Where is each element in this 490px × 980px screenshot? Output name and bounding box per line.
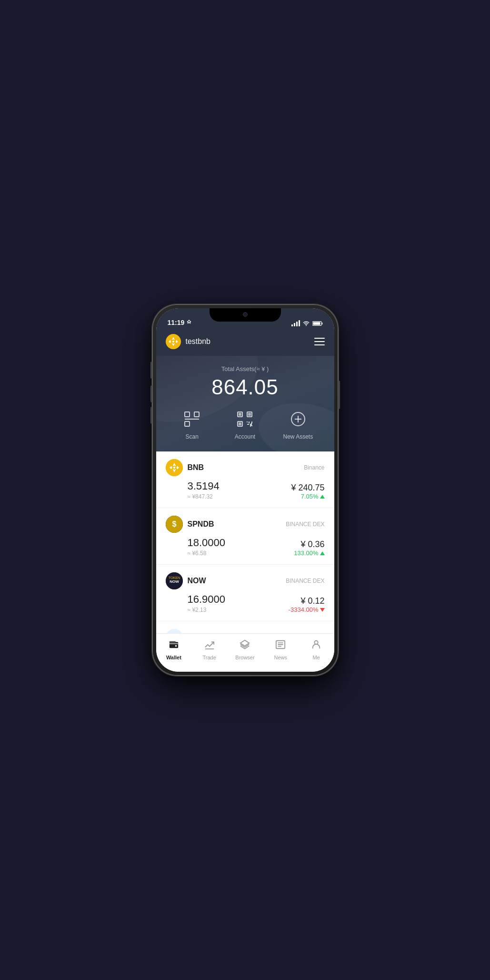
me-label: Me	[312, 655, 320, 660]
add-circle-icon-svg	[290, 411, 307, 428]
asset-source-now: BINANCE DEX	[286, 578, 324, 584]
asset-source-spndb: BINANCE DEX	[286, 521, 324, 528]
asset-name-row-now: NOW TOKEN NOW	[166, 572, 206, 589]
header-left: testbnb	[166, 334, 210, 349]
nav-item-trade[interactable]: Trade	[191, 637, 227, 662]
total-amount: 864.05	[166, 375, 325, 399]
battery-icon	[312, 321, 323, 326]
hero-section: Total Assets(≈ ¥ ) 864.05	[156, 356, 334, 451]
svg-point-28	[291, 412, 305, 426]
asset-item-spndb[interactable]: $ SPNDB BINANCE DEX 18.0000 ≈ ¥6.58	[156, 508, 334, 565]
app-header: testbnb	[156, 329, 334, 356]
asset-amount-spndb: 18.0000	[188, 537, 226, 549]
wallet-icon	[169, 639, 179, 653]
scan-icon-svg	[183, 411, 200, 428]
screen: 11:19	[156, 308, 334, 672]
nav-item-me[interactable]: Me	[299, 637, 334, 662]
asset-change-bnb: 7.05%	[291, 493, 324, 500]
time-display: 11:19	[168, 319, 185, 326]
asset-icon-spndb: $	[166, 516, 183, 533]
asset-item-mith[interactable]: MITH BINANCE DEX 22.8900 ≈ ¥8.02 ¥ 0.35 …	[156, 621, 334, 633]
asset-icon-bnb	[166, 459, 183, 476]
asset-amount-now: 16.9000	[188, 593, 226, 606]
asset-name-bnb: BNB	[188, 463, 204, 472]
scan-action[interactable]: Scan	[166, 409, 219, 440]
asset-price-now: ¥ 0.12	[289, 596, 325, 606]
total-label: Total Assets(≈ ¥ )	[166, 365, 325, 372]
svg-point-45	[175, 645, 177, 647]
asset-amounts-now: 16.9000 ≈ ¥2.13	[188, 593, 226, 613]
browser-label: Browser	[235, 655, 254, 660]
location-icon	[186, 320, 192, 325]
asset-top-spndb: $ SPNDB BINANCE DEX	[166, 516, 325, 533]
asset-change-value-spndb: 133.00%	[294, 549, 318, 557]
layers-icon-svg	[240, 639, 250, 650]
account-action[interactable]: Account	[219, 409, 271, 440]
asset-amount-bnb: 3.5194	[188, 480, 220, 492]
menu-button[interactable]	[314, 338, 325, 345]
signal-bar-2	[294, 323, 295, 326]
asset-name-spndb: SPNDB	[188, 520, 214, 529]
svg-rect-10	[194, 412, 199, 417]
svg-point-42	[166, 629, 183, 633]
asset-icon-now: NOW TOKEN	[166, 572, 183, 589]
asset-change-value-bnb: 7.05%	[301, 493, 319, 500]
nav-item-browser[interactable]: Browser	[227, 637, 263, 662]
app-logo	[166, 334, 181, 349]
asset-bottom-bnb: 3.5194 ≈ ¥847.32 ¥ 240.75 7.05%	[166, 480, 325, 500]
browser-icon	[240, 639, 250, 653]
wifi-icon	[302, 321, 310, 326]
scan-label: Scan	[185, 433, 198, 440]
notch	[210, 308, 281, 322]
trade-icon-svg	[204, 639, 215, 650]
nav-item-wallet[interactable]: Wallet	[156, 637, 192, 662]
asset-price-spndb: ¥ 0.36	[294, 539, 324, 549]
front-camera	[243, 312, 248, 317]
asset-price-col-now: ¥ 0.12 -3334.00%	[289, 596, 325, 613]
arrow-up-spndb	[320, 551, 325, 555]
qr-icon-svg	[236, 411, 253, 428]
scan-icon	[181, 409, 202, 430]
svg-text:$: $	[172, 519, 176, 528]
arrow-up-bnb	[320, 495, 325, 499]
asset-amounts-spndb: 18.0000 ≈ ¥6.58	[188, 537, 226, 557]
nav-item-news[interactable]: News	[263, 637, 299, 662]
hamburger-line-2	[314, 341, 325, 342]
phone-inner: 11:19	[156, 308, 334, 672]
signal-bar-4	[299, 320, 300, 326]
asset-price-col-bnb: ¥ 240.75 7.05%	[291, 483, 324, 500]
trade-icon	[204, 639, 215, 653]
asset-change-now: -3334.00%	[289, 606, 325, 613]
asset-change-spndb: 133.00%	[294, 549, 324, 557]
asset-fiat-spndb: ≈ ¥6.58	[188, 550, 226, 557]
me-icon	[311, 639, 321, 653]
asset-list: BNB Binance 3.5194 ≈ ¥847.32 ¥ 240.75 7.…	[156, 451, 334, 633]
asset-top-bnb: BNB Binance	[166, 459, 325, 476]
svg-rect-16	[248, 413, 251, 416]
svg-text:NOW: NOW	[170, 579, 179, 584]
signal-bar-3	[296, 322, 298, 326]
new-assets-icon	[288, 409, 309, 430]
svg-rect-9	[185, 412, 190, 417]
asset-top-mith: MITH BINANCE DEX	[166, 629, 325, 633]
asset-top-now: NOW TOKEN NOW BINANCE DEX	[166, 572, 325, 589]
hero-actions: Scan	[166, 409, 325, 440]
asset-item-now[interactable]: NOW TOKEN NOW BINANCE DEX 16.9000 ≈ ¥2.1…	[156, 565, 334, 621]
asset-name-row-bnb: BNB	[166, 459, 204, 476]
person-icon-svg	[311, 639, 321, 650]
news-icon-svg	[275, 639, 286, 650]
account-label: Account	[235, 433, 255, 440]
asset-item-bnb[interactable]: BNB Binance 3.5194 ≈ ¥847.32 ¥ 240.75 7.…	[156, 451, 334, 508]
asset-price-col-spndb: ¥ 0.36 133.00%	[294, 539, 324, 557]
app-title: testbnb	[186, 337, 210, 346]
asset-name-row-spndb: $ SPNDB	[166, 516, 214, 533]
asset-source-bnb: Binance	[304, 464, 324, 471]
asset-bottom-now: 16.9000 ≈ ¥2.13 ¥ 0.12 -3334.00%	[166, 593, 325, 613]
svg-rect-44	[170, 642, 178, 648]
news-label: News	[274, 655, 288, 660]
wallet-label: Wallet	[166, 655, 181, 660]
asset-bottom-spndb: 18.0000 ≈ ¥6.58 ¥ 0.36 133.00%	[166, 537, 325, 557]
asset-icon-mith	[166, 629, 183, 633]
asset-fiat-now: ≈ ¥2.13	[188, 607, 226, 613]
new-assets-action[interactable]: New Assets	[271, 409, 324, 440]
